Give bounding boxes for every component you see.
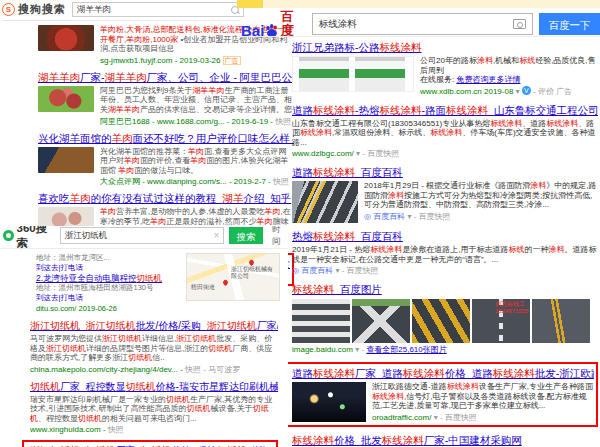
result-description: 2019年1月21日 - 热熔标线涂料是涂敷在道路上,用于标志道路标线的一种涂料… xyxy=(292,245,598,264)
baidu-query-text: 标线涂料 xyxy=(319,18,357,31)
search-result: 切纸机厂家_程控数显切纸机价格-瑞安市星辉达印刷机械厂 瑞安市星辉达印刷机械厂是… xyxy=(30,380,278,436)
search-result: 标线涂料_百度图片 刘万标线工 1524871555 image.baidu.c… xyxy=(292,283,598,355)
map-result-title[interactable]: 2.龙湾特亚全自动电脑程控切纸机 xyxy=(36,273,178,283)
result-title-link[interactable]: 切纸机厂家_程控数显切纸机价格-瑞安市星辉达印刷机械厂 xyxy=(30,380,278,393)
result-url: 阿里巴巴1688 - www.1688.com/g... - 2019-6-19… xyxy=(100,116,294,127)
image-result[interactable] xyxy=(412,299,470,343)
camera-icon[interactable] xyxy=(513,19,526,29)
so360-logo-text: 360搜索 xyxy=(17,226,55,251)
map-address: 地址：温州市龙湾区... xyxy=(36,253,178,263)
result-description: 兴化湖羊面馆的推荐菜：羊肉面,查看更多大众点评网用户对羊肉面的评价,查看羊肉面的… xyxy=(100,147,294,176)
result-description: 公司20年的路标涂料,机械和标线经验,品质优良,售后周到 xyxy=(420,56,598,75)
image-result[interactable] xyxy=(292,299,350,343)
so360-search-input[interactable]: 浙江切纸机 × xyxy=(60,227,225,244)
result-description: 马可波罗网为您提供浙江切纸机详细信息,浙江切纸机批发、采购、价格及浙江切纸机详细… xyxy=(30,334,278,363)
result-description: 2018年1月29日 - 根据交通行业标准《路面防滑涂料》中的规定,路面防滑涂料… xyxy=(364,181,598,210)
map-url: ditu.so.com/ 2019-06-26 xyxy=(36,304,178,314)
result-description: 瑞安市星辉达印刷机械厂是一家专业的切纸机生产厂家,其优秀的专业技术,引进国际技术… xyxy=(30,395,278,424)
result-url: ◎ 百度百科 ▾ - 百度快照 xyxy=(364,211,598,222)
so360-logo[interactable]: 360搜索 xyxy=(3,226,55,251)
divider xyxy=(2,20,240,21)
sogou-icon: S xyxy=(2,3,15,16)
result-title-link[interactable]: 道路标线涂料_百度百科 xyxy=(292,166,598,179)
search-result: 浙江切纸机_切纸机厂家_切纸机价格_程控切纸机_浙江大祥办公设备... 浙江大祥… xyxy=(22,440,278,447)
map-address: 地址：温州市瓯海梧田慈湖路130号 xyxy=(36,283,178,293)
result-url: www.xinghuida.com - 快照 xyxy=(30,424,278,435)
baidu-search-input[interactable]: 标线涂料 xyxy=(312,13,533,35)
search-result: 湖羊羊肉厂家-湖羊羊肉厂家、公司、企业 - 阿里巴巴公司黄页 阿里巴巴为您找到9… xyxy=(38,71,294,127)
search-result: 浙江切纸机_浙江切纸机批发/价格/采购_浙江切纸机厂家/供应商-马可... 马可… xyxy=(30,319,278,375)
result-thumbnail[interactable] xyxy=(292,382,366,422)
result-title-link[interactable]: 道路标线涂料-热熔标线涂料-路面标线涂料_山东鲁标交通工程公司 xyxy=(292,104,598,117)
baidu-header: Bai 百度 标线涂料 百度一下 xyxy=(241,10,600,38)
map-pin-icon xyxy=(248,259,255,266)
search-result: 热熔标线涂料_百度百科 2019年1月21日 - 热熔标线涂料是涂敷在道路上,用… xyxy=(292,230,598,276)
result-url: sg-jmwxb1.fuyjf.com - 2019-03-26广告 xyxy=(100,55,294,66)
sogou-query-text: 湖羊羊肉 xyxy=(77,4,111,16)
result-thumbnail[interactable] xyxy=(38,86,94,112)
so360-query-text: 浙江切纸机 xyxy=(65,230,108,242)
so360-panel: 360搜索 浙江切纸机 × 搜索 时间 地址：温州市龙湾区... 到这去|打电话… xyxy=(0,226,288,447)
result-title-link[interactable]: 浙江兄弟路标-公路标线涂料 xyxy=(292,41,598,54)
result-title-link[interactable]: 湖羊羊肉厂家-湖羊羊肉厂家、公司、企业 - 阿里巴巴公司黄页 xyxy=(38,71,294,84)
notice-strip xyxy=(237,0,600,8)
result-title-link[interactable]: 标线涂料价格_批发标线涂料厂家-中国建材采购网 xyxy=(292,434,598,447)
result-url: www.xdlb.com.cn 2019-08 ▾ V - 评价 广告 xyxy=(420,86,598,97)
result-thumbnail[interactable] xyxy=(38,147,94,173)
result-description: 阿里巴巴为您找到9条关于湖羊羊肉生产商的工商注册年份、员工人数、年营业额、信用记… xyxy=(100,86,294,115)
result-title-link[interactable]: 热熔标线涂料_百度百科 xyxy=(292,230,598,243)
clear-icon[interactable]: × xyxy=(213,231,219,241)
so360-header: 360搜索 浙江切纸机 × 搜索 时间 xyxy=(0,226,288,245)
map-links[interactable]: 到这去|打电话 xyxy=(36,293,178,303)
search-result: 兴化湖羊面馆的羊肉面还不好吃？用户评价口味怎么样？吴江美食羊肉 兴化湖羊面馆的推… xyxy=(38,132,294,188)
sogou-search-input[interactable]: 湖羊羊肉 xyxy=(72,2,244,17)
result-thumbnail[interactable] xyxy=(292,181,358,223)
map-label: 梧田街道 xyxy=(191,284,235,291)
result-thumbnail[interactable] xyxy=(292,56,414,92)
image-result[interactable]: 刘万标线工 1524871555 xyxy=(472,299,530,343)
image-result[interactable] xyxy=(532,299,590,343)
search-result: 道路标线涂料-热熔标线涂料-路面标线涂料_山东鲁标交通工程公司 山东鲁标交通工程… xyxy=(292,104,598,160)
baidu-logo[interactable]: Bai 百度 xyxy=(241,10,306,38)
result-url: www.dzlbgc.com/ ▾ - 百度快照 xyxy=(292,148,598,159)
search-results-collage: S 搜狗搜索 湖羊羊肉 羊肉粉,大骨汤,总部配送料包,标准化流程,小白也能一样开… xyxy=(0,0,600,447)
result-description: 浙江欧路德交通-道路标线涂料设备生产厂家,专业生产各种路面标线涂料,信号灯,电子… xyxy=(372,382,594,411)
notice-strip-accent xyxy=(237,0,263,8)
result-url: china.makepolo.com/city-zhejiang/4/dev..… xyxy=(30,364,278,375)
result-url: image.baidu.com ▾ - 查看全部25,610张图片 xyxy=(292,344,598,355)
baidu-results: 浙江兄弟路标-公路标线涂料 公司20年的路标涂料,机械和标线经验,品质优良,售后… xyxy=(292,41,598,447)
search-result: 道路标线涂料_百度百科 2018年1月29日 - 根据交通行业标准《路面防滑涂料… xyxy=(292,166,598,223)
result-title-link[interactable]: 浙江切纸机_浙江切纸机批发/价格/采购_浙江切纸机厂家/供应商-马可... xyxy=(30,319,278,332)
baidu-logo-cjk: 百度 xyxy=(281,10,306,38)
image-result[interactable] xyxy=(352,299,410,343)
search-result: 道路标线涂料厂家_道路标线涂料价格_道路标线涂料批发-浙江欧路德... 浙江欧路… xyxy=(282,362,598,427)
so360-icon xyxy=(3,230,14,241)
baidu-search-button[interactable]: 百度一下 xyxy=(539,13,600,35)
sogou-logo[interactable]: S 搜狗搜索 xyxy=(2,2,66,17)
result-url: 大众点评网 - www.dianping.com/s... - 2019-2-7… xyxy=(100,176,294,187)
result-title-link[interactable]: 兴化湖羊面馆的羊肉面还不好吃？用户评价口味怎么样？吴江美食羊肉 xyxy=(38,132,294,145)
time-filter[interactable]: 时间 xyxy=(272,226,288,248)
result-title-link[interactable]: 标线涂料_百度图片 xyxy=(292,283,598,296)
so360-results: 浙江切纸机_浙江切纸机批发/价格/采购_浙江切纸机厂家/供应商-马可... 马可… xyxy=(30,319,278,447)
search-result: 浙江兄弟路标-公路标线涂料 公司20年的路标涂料,机械和标线经验,品质优良,售后… xyxy=(292,41,598,97)
result-thumbnail[interactable] xyxy=(38,25,94,51)
map-thumbnail[interactable]: 浙江切纸机械有限公司 梧田街道 xyxy=(186,253,280,301)
result-description: 在线服务: 免费咨询更多详情 xyxy=(420,75,598,85)
map-result: 地址：温州市龙湾区... 到这去|打电话 2.龙湾特亚全自动电脑程控切纸机 地址… xyxy=(36,253,288,314)
result-url: ◎ 百度百科 ▾ - 百度快照 xyxy=(292,265,598,276)
map-label: 浙江切纸机械有限公司 xyxy=(231,266,275,279)
search-button[interactable]: 搜索 xyxy=(229,227,263,244)
sogou-logo-text: 搜狗搜索 xyxy=(18,2,66,17)
divider xyxy=(237,36,600,37)
search-result: 标线涂料价格_批发标线涂料厂家-中国建材采购网 热熔道路标线涂料聚乙烯蜡 熔点硬… xyxy=(292,434,598,447)
image-results-strip: 刘万标线工 1524871555 xyxy=(292,299,598,343)
map-links[interactable]: 到这去|打电话 xyxy=(36,263,178,273)
result-title-link[interactable]: 道路标线涂料厂家_道路标线涂料价格_道路标线涂料批发-浙江欧路德... xyxy=(292,367,594,380)
result-title-link[interactable]: 喜欢吃羊肉的你有没有试过这样的教程_湖羊介绍_知乎 xyxy=(38,192,294,205)
result-description: 山东鲁标交通工程有限公司(18305346551)专业从事热熔标线涂料、道路标线… xyxy=(292,119,598,148)
result-url: oroadtraffic.com/ ▾ - 百度快照 xyxy=(372,412,594,423)
